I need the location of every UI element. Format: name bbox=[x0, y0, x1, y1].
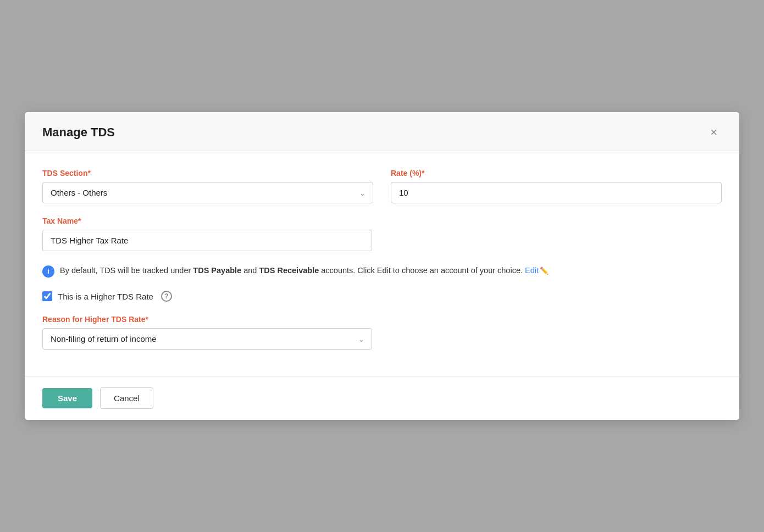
reason-select[interactable]: Non-filing of return of income Lower TDS… bbox=[42, 328, 372, 350]
reason-group: Reason for Higher TDS Rate* Non-filing o… bbox=[42, 315, 372, 350]
higher-tds-checkbox[interactable] bbox=[42, 291, 52, 301]
info-box: i By default, TDS will be tracked under … bbox=[42, 264, 722, 278]
info-text: By default, TDS will be tracked under TD… bbox=[60, 264, 549, 277]
tax-name-input[interactable] bbox=[42, 230, 372, 251]
tds-receivable-text: TDS Receivable bbox=[259, 266, 319, 275]
tds-section-select-wrapper: Others - Others Section 192 - Salary Sec… bbox=[42, 182, 373, 203]
tax-name-group: Tax Name* bbox=[42, 217, 722, 251]
modal-header: Manage TDS × bbox=[25, 112, 739, 151]
tax-name-row: Tax Name* bbox=[42, 217, 722, 251]
edit-link[interactable]: Edit bbox=[525, 266, 539, 275]
close-button[interactable]: × bbox=[706, 124, 722, 141]
rate-group: Rate (%)* bbox=[391, 169, 722, 203]
rate-input[interactable] bbox=[391, 182, 722, 203]
save-button[interactable]: Save bbox=[42, 388, 92, 408]
cancel-button[interactable]: Cancel bbox=[100, 387, 153, 409]
tds-section-group: TDS Section* Others - Others Section 192… bbox=[42, 169, 373, 203]
modal-footer: Save Cancel bbox=[25, 376, 739, 420]
tds-section-rate-row: TDS Section* Others - Others Section 192… bbox=[42, 169, 722, 203]
modal-body: TDS Section* Others - Others Section 192… bbox=[25, 151, 739, 376]
higher-tds-label[interactable]: This is a Higher TDS Rate bbox=[58, 292, 153, 301]
modal-overlay: Manage TDS × TDS Section* Others - Other… bbox=[0, 0, 764, 532]
reason-label: Reason for Higher TDS Rate* bbox=[42, 315, 372, 324]
higher-tds-checkbox-row: This is a Higher TDS Rate ? bbox=[42, 291, 722, 302]
modal-title: Manage TDS bbox=[42, 125, 115, 140]
manage-tds-modal: Manage TDS × TDS Section* Others - Other… bbox=[25, 112, 739, 420]
help-icon[interactable]: ? bbox=[161, 291, 172, 302]
tds-section-label: TDS Section* bbox=[42, 169, 373, 178]
reason-row: Reason for Higher TDS Rate* Non-filing o… bbox=[42, 315, 722, 350]
rate-label: Rate (%)* bbox=[391, 169, 722, 178]
edit-pencil-icon: ✏️ bbox=[540, 267, 549, 275]
tax-name-label: Tax Name* bbox=[42, 217, 722, 225]
info-icon: i bbox=[42, 265, 54, 278]
tds-payable-text: TDS Payable bbox=[193, 266, 241, 275]
reason-select-wrapper: Non-filing of return of income Lower TDS… bbox=[42, 328, 372, 350]
tds-section-select[interactable]: Others - Others Section 192 - Salary Sec… bbox=[42, 182, 373, 203]
